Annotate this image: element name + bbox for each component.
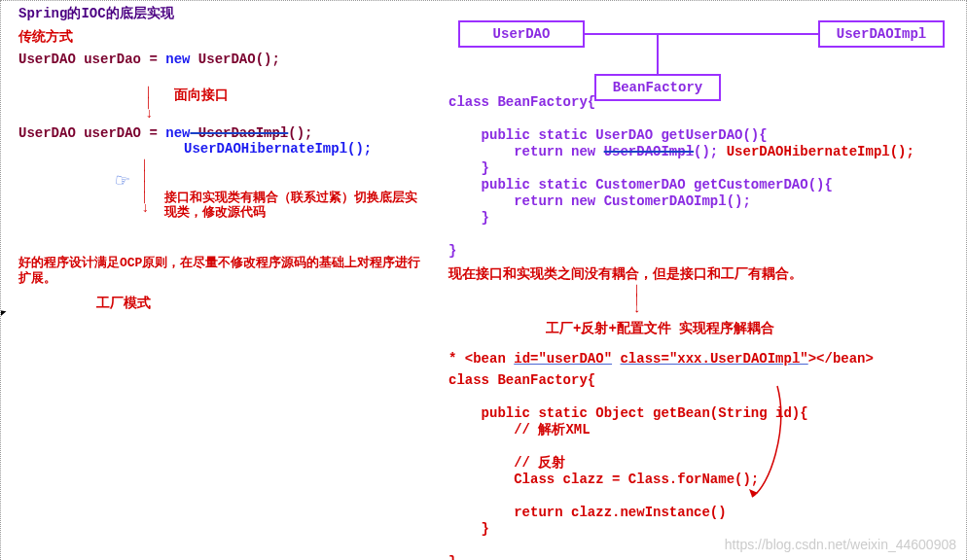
left-panel: Spring的IOC的底层实现 传统方式 UserDAO userDao = n… (18, 5, 447, 312)
pointer-hand-icon: ☞ (114, 167, 131, 195)
coupling-note: 现在接口和实现类之间没有耦合，但是接口和工厂有耦合。 (448, 265, 954, 283)
rc1-red: UserDAOHibernateImpl(); (718, 144, 914, 159)
code-line-1: UserDAO userDao = new UserDAO(); (18, 52, 447, 67)
uml-userdao-box: UserDAO (458, 20, 585, 48)
uml-row: UserDAO UserDAOImpl BeanFactory (448, 20, 954, 55)
arrow-down-icon: ││↓ (633, 287, 954, 314)
bean-star: * (448, 351, 465, 367)
annotation-coupling: 接口和实现类有耦合（联系过紧）切换底层实现类，修改源代码 (164, 191, 427, 220)
bean-open: <bean (465, 351, 514, 367)
page-title: Spring的IOC的底层实现 (18, 5, 447, 22)
factory-mode-label: 工厂模式 (96, 295, 447, 312)
rc1-after: (); (694, 144, 718, 159)
arrow-down-icon: ││││↓ (141, 160, 149, 215)
code1-b: new (165, 52, 190, 67)
code-line-2: UserDAO userDAO = new UserDaoImpl(); (18, 125, 447, 141)
arrow-down-icon: ││↓ (145, 88, 153, 121)
bean-id: id="userDAO" (514, 351, 612, 367)
code2-d: (); (288, 125, 312, 141)
uml-beanfactory-box: BeanFactory (594, 74, 721, 101)
bean-close: ></bean> (808, 351, 874, 367)
rc1-strike: UserDAOImpl (604, 144, 694, 159)
rc1-cont: } public static CustomerDAO getCustomerD… (448, 160, 833, 259)
beanfactory-code-2: class BeanFactory{ public static Object … (448, 372, 954, 560)
bean-class: class="xxx.UserDAOImpl" (620, 351, 807, 367)
code2-strike: UserDaoImpl (190, 125, 288, 141)
cursor-icon: ➤ (0, 301, 11, 325)
solution-label: 工厂+反射+配置文件 实现程序解耦合 (546, 320, 954, 337)
right-panel: UserDAO UserDAOImpl BeanFactory class Be… (448, 20, 954, 560)
annotation-interface: 面向接口 (174, 87, 229, 104)
code1-c: UserDAO(); (190, 52, 279, 67)
bean-xml-line: * <bean id="userDAO" class="xxx.UserDAOI… (448, 351, 954, 367)
code1-a: UserDAO userDao = (18, 52, 165, 67)
code2-b: new (165, 125, 190, 141)
watermark: https://blog.csdn.net/weixin_44600908 (725, 537, 956, 552)
diagram-page: Spring的IOC的底层实现 传统方式 UserDAO userDao = n… (1, 1, 966, 560)
traditional-label: 传统方式 (18, 28, 447, 46)
code2-a: UserDAO userDAO = (18, 125, 165, 141)
code-line-2b: UserDAOHibernateImpl(); (184, 141, 447, 157)
beanfactory-code-1: class BeanFactory{ public static UserDAO… (448, 94, 954, 260)
ocp-note: 好的程序设计满足OCP原则，在尽量不修改程序源码的基础上对程序进行扩展。 (18, 256, 427, 287)
uml-userdaoimpl-box: UserDAOImpl (818, 20, 945, 48)
